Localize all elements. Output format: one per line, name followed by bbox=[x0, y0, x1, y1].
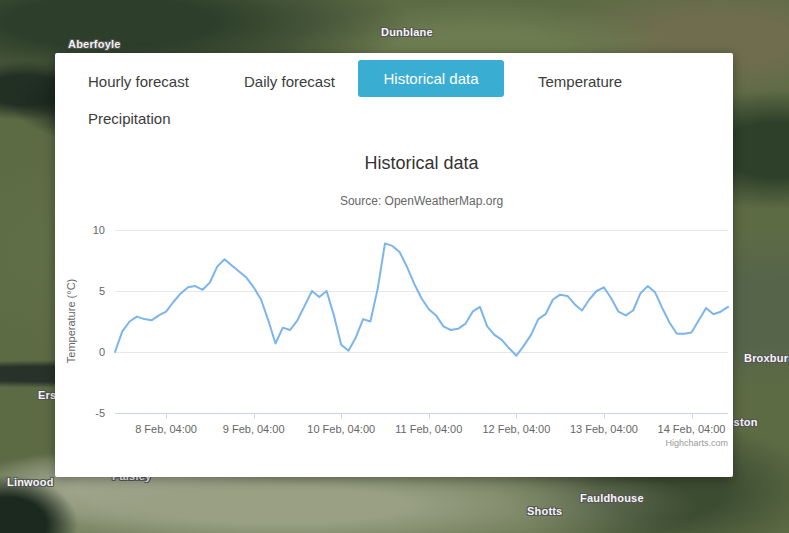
map-label-broxburn: Broxburn bbox=[744, 352, 789, 364]
y-tick-label: -5 bbox=[95, 407, 105, 419]
chart-title: Historical data bbox=[115, 153, 728, 174]
y-tick-label: 10 bbox=[93, 224, 105, 236]
tab-hourly-forecast[interactable]: Hourly forecast bbox=[88, 73, 189, 90]
tab-temperature[interactable]: Temperature bbox=[538, 73, 622, 90]
x-tick-label: 14 Feb, 04:00 bbox=[658, 423, 726, 435]
temperature-series-line[interactable] bbox=[115, 243, 728, 355]
y-axis-title: Temperature (°C) bbox=[65, 279, 77, 363]
map-label-fauldhouse: Fauldhouse bbox=[580, 492, 644, 504]
x-tick-label: 11 Feb, 04:00 bbox=[395, 423, 462, 435]
map-label-dunblane: Dunblane bbox=[381, 26, 433, 38]
tab-precipitation[interactable]: Precipitation bbox=[88, 110, 171, 127]
x-tick-label: 9 Feb, 04:00 bbox=[223, 423, 285, 435]
x-tick-label: 12 Feb, 04:00 bbox=[482, 423, 550, 435]
tab-daily-forecast[interactable]: Daily forecast bbox=[244, 73, 335, 90]
y-tick-label: 5 bbox=[99, 285, 105, 297]
temperature-history-chart: 1050-5Temperature (°C)8 Feb, 04:009 Feb,… bbox=[55, 203, 733, 477]
y-tick-label: 0 bbox=[99, 346, 105, 358]
weather-panel: Hourly forecast Daily forecast Historica… bbox=[55, 53, 733, 477]
map-label-aberfoyle: Aberfoyle bbox=[68, 38, 121, 50]
x-tick-label: 13 Feb, 04:00 bbox=[570, 423, 638, 435]
tab-historical-data[interactable]: Historical data bbox=[358, 60, 504, 97]
x-tick-label: 10 Feb, 04:00 bbox=[307, 423, 375, 435]
x-tick-label: 8 Feb, 04:00 bbox=[135, 423, 197, 435]
highcharts-credit-link[interactable]: Highcharts.com bbox=[665, 438, 728, 448]
map-label-shotts: Shotts bbox=[527, 505, 562, 517]
map-label-linwood: Linwood bbox=[7, 476, 54, 488]
